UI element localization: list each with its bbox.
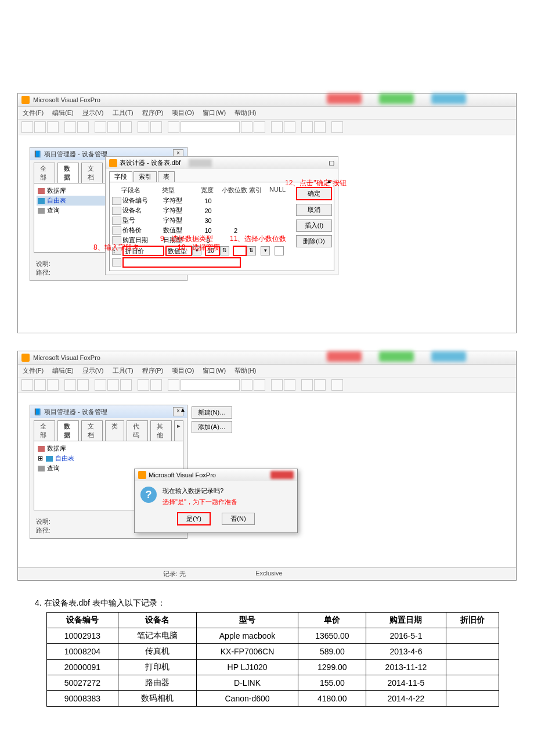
new-button[interactable]: 新建(N)…	[192, 406, 232, 419]
dlg-title: Microsoft Visual FoxPro	[149, 471, 216, 478]
tb-new[interactable]	[21, 379, 33, 391]
width-spinner-icon[interactable]: ⇅	[220, 246, 229, 255]
tb-preview[interactable]	[77, 121, 89, 133]
cancel-button[interactable]: 取消	[296, 204, 332, 216]
row-handle[interactable]	[112, 226, 121, 235]
null-check[interactable]	[275, 246, 284, 255]
pm-tab-data[interactable]: 数据	[57, 163, 79, 183]
tb-redo[interactable]	[150, 379, 162, 391]
tb-d[interactable]	[284, 379, 295, 391]
pm-item-label: 查询	[47, 464, 60, 473]
pm-item-database[interactable]: 数据库	[37, 444, 181, 453]
tb-cut[interactable]	[95, 379, 106, 391]
pm-tab-doc[interactable]: 文档	[81, 163, 103, 183]
col-header: 型号	[196, 613, 298, 628]
tb-save[interactable]	[47, 379, 59, 391]
tb-c[interactable]	[271, 121, 283, 133]
pm-item-freetable[interactable]: ⊞自由表	[37, 453, 181, 463]
tb-f[interactable]	[314, 379, 326, 391]
tb-run[interactable]	[168, 121, 179, 133]
row-handle[interactable]	[112, 207, 121, 215]
td-tab-index[interactable]: 索引	[134, 171, 157, 182]
menu-edit[interactable]: 编辑(E)	[52, 109, 74, 116]
tb-a[interactable]	[241, 379, 252, 391]
tb-e[interactable]	[301, 121, 313, 133]
tb-b[interactable]	[254, 121, 265, 133]
delete-button[interactable]: 删除(D)	[296, 235, 332, 247]
tb-print[interactable]	[64, 379, 76, 391]
add-button[interactable]: 添加(A)…	[192, 421, 232, 433]
insert-button[interactable]: 插入(I)	[296, 219, 332, 232]
tb-redo[interactable]	[150, 121, 162, 133]
pm-tab-all[interactable]: 全部	[34, 420, 55, 441]
menu-help[interactable]: 帮助(H)	[234, 367, 256, 374]
tb-open[interactable]	[34, 121, 46, 133]
menu-view[interactable]: 显示(V)	[82, 367, 104, 374]
menu-file[interactable]: 文件(F)	[23, 109, 44, 116]
menu-bar: 文件(F) 编辑(E) 显示(V) 工具(T) 程序(P) 项目(O) 窗口(W…	[18, 107, 516, 120]
pm-tab-data[interactable]: 数据	[57, 420, 79, 441]
tb-a[interactable]	[241, 121, 252, 133]
tb-paste[interactable]	[120, 121, 132, 133]
table-cell: HP LJ1020	[196, 660, 298, 675]
tb-open[interactable]	[34, 379, 46, 391]
td-tab-table[interactable]: 表	[158, 171, 175, 182]
table-cell: D-LINK	[196, 675, 298, 691]
table-row: 90008383数码相机Canon-d6004180.002014-4-22	[47, 691, 499, 707]
tb-d[interactable]	[284, 121, 295, 133]
tb-print[interactable]	[64, 121, 76, 133]
tb-copy[interactable]	[107, 379, 119, 391]
pm-tab-all[interactable]: 全部	[34, 163, 55, 183]
tb-undo[interactable]	[138, 121, 149, 133]
menu-tools[interactable]: 工具(T)	[113, 109, 134, 116]
tb-f[interactable]	[314, 121, 326, 133]
dlg-close-icon[interactable]	[270, 471, 294, 479]
menu-edit[interactable]: 编辑(E)	[52, 367, 74, 374]
td-tab-field[interactable]: 字段	[109, 171, 132, 182]
row-handle[interactable]	[112, 258, 121, 267]
dec-spinner-icon[interactable]: ⇅	[247, 246, 256, 255]
row-handle[interactable]	[112, 217, 121, 225]
tb-e[interactable]	[301, 379, 313, 391]
pm-tab-arrow[interactable]: ▸	[174, 420, 183, 441]
yes-button[interactable]: 是(Y)	[177, 512, 211, 525]
pm-tab-code[interactable]: 代码	[127, 420, 148, 441]
menu-window[interactable]: 窗口(W)	[203, 367, 226, 374]
tb-help[interactable]	[331, 379, 343, 391]
menu-project[interactable]: 项目(O)	[172, 367, 194, 374]
menu-help[interactable]: 帮助(H)	[234, 109, 256, 116]
tb-run[interactable]	[168, 379, 179, 391]
tb-help[interactable]	[331, 121, 343, 133]
tb-undo[interactable]	[138, 379, 149, 391]
no-button[interactable]: 否(N)	[222, 513, 254, 525]
index-dropdown-icon[interactable]: ▾	[261, 246, 270, 255]
menu-window[interactable]: 窗口(W)	[203, 109, 226, 116]
pm-tab-class[interactable]: 类	[105, 420, 124, 441]
tb-copy[interactable]	[107, 121, 119, 133]
tb-cut[interactable]	[95, 121, 106, 133]
menu-program[interactable]: 程序(P)	[142, 109, 164, 116]
empty-field-input[interactable]	[122, 257, 241, 268]
table-cell: 90008383	[47, 691, 118, 707]
menu-project[interactable]: 项目(O)	[172, 109, 194, 116]
menu-program[interactable]: 程序(P)	[142, 367, 164, 374]
freetable-icon	[38, 198, 45, 204]
tb-new[interactable]	[21, 121, 33, 133]
tb-paste[interactable]	[120, 379, 132, 391]
tb-c[interactable]	[271, 379, 283, 391]
tb-save[interactable]	[47, 121, 59, 133]
tb-preview[interactable]	[77, 379, 89, 391]
menu-view[interactable]: 显示(V)	[82, 109, 104, 116]
menu-file[interactable]: 文件(F)	[23, 367, 44, 374]
pm-tab-other[interactable]: 其他	[150, 420, 172, 441]
menu-tools[interactable]: 工具(T)	[113, 367, 134, 374]
pm-tab-doc[interactable]: 文档	[81, 420, 103, 441]
tb-combo[interactable]	[181, 379, 240, 391]
table-cell: 路由器	[118, 675, 196, 691]
tb-b[interactable]	[254, 379, 265, 391]
row-handle[interactable]	[112, 197, 121, 205]
dec-input[interactable]	[233, 246, 247, 256]
tb-combo[interactable]	[181, 121, 240, 133]
ok-button[interactable]: 确定	[296, 187, 332, 200]
td-close-icon[interactable]: ▢	[329, 159, 334, 167]
